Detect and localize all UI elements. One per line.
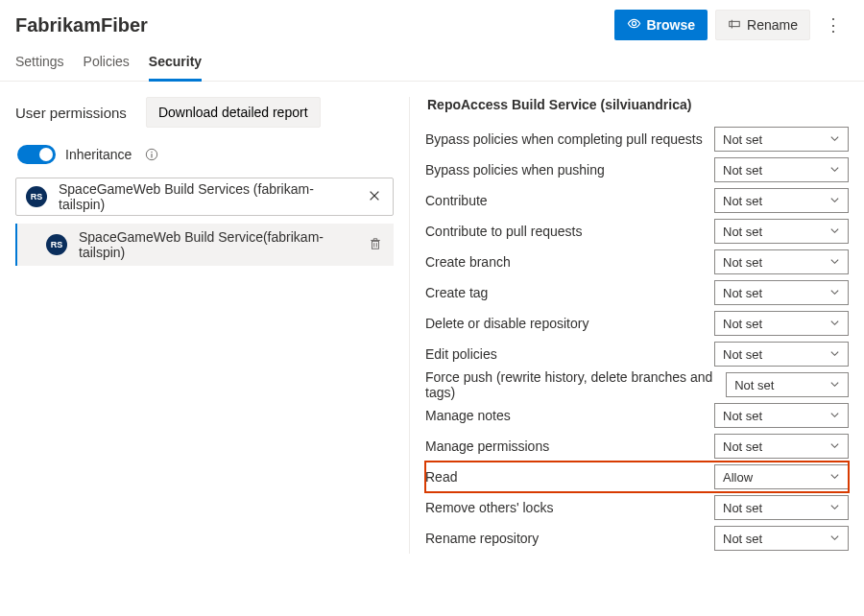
trash-icon — [369, 237, 382, 253]
permission-dropdown[interactable]: Not set — [714, 280, 849, 305]
permission-value: Not set — [723, 163, 762, 178]
permission-value: Not set — [723, 132, 762, 147]
permission-row: ReadAllow — [425, 462, 849, 492]
left-panel-title: User permissions — [15, 105, 127, 121]
chevron-down-icon — [829, 378, 840, 392]
permission-label: Remove others' locks — [425, 500, 553, 515]
permission-row: Create branchNot set — [425, 247, 849, 277]
svg-rect-1 — [730, 21, 740, 26]
permission-label: Create branch — [425, 254, 511, 270]
permission-value: Allow — [723, 470, 753, 485]
permission-row: Create tagNot set — [425, 277, 849, 308]
permission-label: Rename repository — [425, 531, 539, 546]
chevron-down-icon — [829, 132, 840, 147]
inheritance-toggle[interactable] — [17, 145, 56, 164]
permission-value: Not set — [723, 501, 762, 515]
permission-row: Manage permissionsNot set — [425, 431, 849, 462]
permission-row: Contribute to pull requestsNot set — [425, 216, 849, 247]
permission-dropdown[interactable]: Not set — [714, 188, 849, 213]
permission-dropdown[interactable]: Not set — [714, 219, 849, 244]
browse-button[interactable]: Browse — [614, 10, 708, 40]
tab-policies[interactable]: Policies — [84, 44, 130, 82]
permission-row: Manage notesNot set — [425, 400, 849, 431]
permission-dropdown[interactable]: Not set — [714, 434, 849, 459]
info-icon[interactable] — [145, 148, 158, 161]
principal-search-input[interactable]: RS SpaceGameWeb Build Services (fabrikam… — [15, 178, 394, 216]
clear-search-button[interactable] — [366, 187, 383, 207]
permission-label: Force push (rewrite history, delete bran… — [425, 369, 714, 400]
inheritance-label: Inheritance — [65, 147, 132, 162]
rename-button[interactable]: Rename — [715, 10, 810, 40]
permission-row: Remove others' locksNot set — [425, 492, 849, 523]
browse-label: Browse — [647, 17, 696, 33]
permission-panel-title: RepoAccess Build Service (silviuandrica) — [425, 97, 849, 124]
principal-item[interactable]: RSSpaceGameWeb Build Service(fabrikam-ta… — [15, 224, 394, 266]
principal-list: RSSpaceGameWeb Build Service(fabrikam-ta… — [15, 224, 394, 266]
principal-item-label: SpaceGameWeb Build Service(fabrikam-tail… — [79, 229, 355, 260]
eye-icon — [627, 16, 641, 34]
permission-dropdown[interactable]: Not set — [714, 403, 849, 428]
permission-dropdown[interactable]: Not set — [726, 372, 849, 397]
permission-label: Contribute — [425, 193, 488, 208]
avatar: RS — [46, 234, 67, 255]
permission-value: Not set — [723, 409, 762, 423]
permission-value: Not set — [723, 225, 762, 239]
chevron-down-icon — [829, 501, 840, 515]
permission-value: Not set — [723, 194, 762, 208]
permission-value: Not set — [723, 347, 762, 362]
chevron-down-icon — [829, 409, 840, 423]
chevron-down-icon — [829, 163, 840, 178]
chevron-down-icon — [829, 286, 840, 300]
svg-rect-8 — [372, 241, 379, 249]
more-vertical-icon: ⋮ — [825, 15, 842, 35]
permission-dropdown[interactable]: Not set — [714, 311, 849, 336]
permission-label: Manage notes — [425, 408, 511, 423]
permission-dropdown[interactable]: Not set — [714, 127, 849, 152]
chevron-down-icon — [829, 347, 840, 362]
permission-row: Delete or disable repositoryNot set — [425, 308, 849, 339]
rename-icon — [728, 17, 741, 34]
permission-dropdown[interactable]: Not set — [714, 526, 849, 551]
rename-label: Rename — [747, 17, 798, 33]
tab-security[interactable]: Security — [149, 44, 202, 82]
permission-row: Rename repositoryNot set — [425, 523, 849, 554]
permission-dropdown[interactable]: Not set — [714, 342, 849, 367]
page-title: FabrikamFiber — [15, 14, 148, 36]
svg-point-0 — [632, 21, 636, 25]
delete-principal-button[interactable] — [367, 235, 384, 255]
permission-row: Bypass policies when pushingNot set — [425, 154, 849, 185]
permission-dropdown[interactable]: Not set — [714, 157, 849, 182]
svg-rect-5 — [152, 154, 153, 157]
avatar: RS — [26, 186, 47, 207]
permission-value: Not set — [723, 317, 762, 331]
chevron-down-icon — [829, 225, 840, 239]
permission-row: Edit policiesNot set — [425, 339, 849, 369]
permission-value: Not set — [723, 532, 762, 546]
permission-label: Read — [425, 469, 457, 485]
permission-dropdown[interactable]: Allow — [714, 464, 849, 489]
header-actions: Browse Rename ⋮ — [614, 10, 850, 40]
permission-row: ContributeNot set — [425, 185, 849, 216]
chevron-down-icon — [829, 194, 840, 208]
more-options-button[interactable]: ⋮ — [818, 16, 849, 34]
permission-value: Not set — [723, 286, 762, 300]
permission-label: Bypass policies when completing pull req… — [425, 131, 703, 147]
close-icon — [368, 189, 381, 205]
permission-value: Not set — [723, 439, 762, 454]
permission-dropdown[interactable]: Not set — [714, 249, 849, 274]
permission-label: Bypass policies when pushing — [425, 162, 605, 178]
chevron-down-icon — [829, 317, 840, 331]
permission-value: Not set — [723, 255, 762, 270]
permission-label: Delete or disable repository — [425, 316, 588, 331]
permission-dropdown[interactable]: Not set — [714, 495, 849, 520]
permission-value: Not set — [734, 378, 774, 392]
svg-point-4 — [152, 152, 153, 153]
chevron-down-icon — [829, 470, 840, 485]
tabs: SettingsPoliciesSecurity — [0, 40, 864, 82]
permission-label: Manage permissions — [425, 438, 549, 454]
chevron-down-icon — [829, 532, 840, 546]
tab-settings[interactable]: Settings — [15, 44, 64, 82]
chevron-down-icon — [829, 439, 840, 454]
permission-row: Bypass policies when completing pull req… — [425, 124, 849, 154]
download-report-button[interactable]: Download detailed report — [146, 97, 321, 128]
